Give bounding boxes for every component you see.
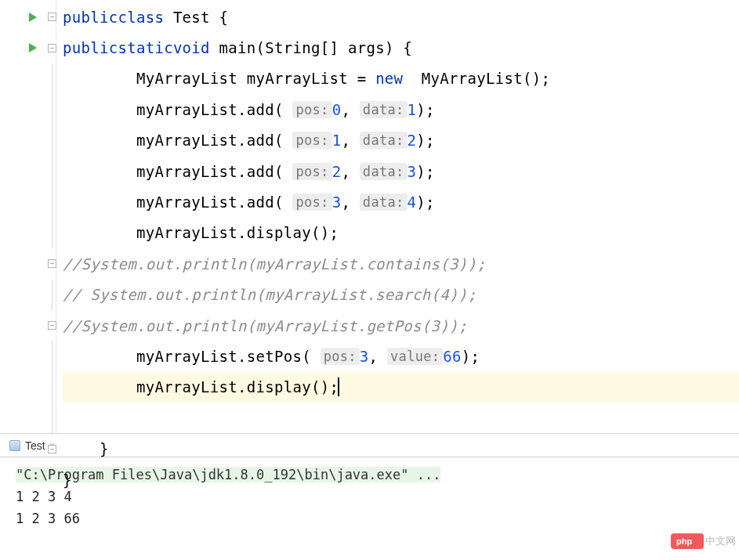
code-line[interactable]: myArrayList.display(); (63, 218, 739, 248)
fold-toggle[interactable]: − (48, 13, 56, 21)
code-line[interactable]: myArrayList.add( pos: 0, data: 1); (63, 94, 739, 125)
svg-text:php: php (676, 537, 692, 546)
code-line[interactable]: //System.out.println(myArrayList.getPos(… (63, 310, 739, 341)
code-line[interactable]: myArrayList.display(); (63, 372, 739, 403)
run-method-icon[interactable] (29, 43, 37, 52)
code-line[interactable]: MyArrayList myArrayList = new MyArrayLis… (63, 63, 739, 94)
watermark: php 中文网 (671, 533, 736, 549)
output-line: 1 2 3 66 (16, 508, 723, 529)
code-line[interactable]: //System.out.println(myArrayList.contain… (63, 248, 739, 279)
code-line[interactable]: myArrayList.add( pos: 1, data: 2); (63, 125, 739, 156)
code-content[interactable]: public class Test { public static void m… (56, 0, 739, 433)
code-line[interactable]: // System.out.println(myArrayList.search… (63, 280, 739, 310)
fold-toggle[interactable]: − (48, 321, 56, 330)
fold-toggle[interactable]: − (48, 44, 56, 52)
code-editor[interactable]: − − − − − public class Test { public sta… (0, 0, 739, 434)
code-line[interactable]: public static void main(String[] args) { (63, 32, 739, 63)
fold-toggle[interactable]: − (48, 445, 56, 453)
editor-gutter: − − − − − (0, 0, 56, 433)
code-line[interactable]: myArrayList.add( pos: 3, data: 4); (63, 186, 739, 217)
code-line[interactable]: } (63, 433, 739, 464)
code-line[interactable]: public class Test { (63, 2, 739, 32)
cursor (338, 378, 339, 396)
code-line[interactable] (63, 403, 739, 433)
code-line[interactable]: myArrayList.add( pos: 2, data: 3); (63, 156, 739, 186)
fold-toggle[interactable]: − (48, 259, 56, 268)
code-line[interactable]: myArrayList.setPos( pos: 3, value: 66); (63, 341, 739, 371)
run-class-icon[interactable] (29, 13, 37, 22)
code-line[interactable]: } (63, 464, 739, 495)
